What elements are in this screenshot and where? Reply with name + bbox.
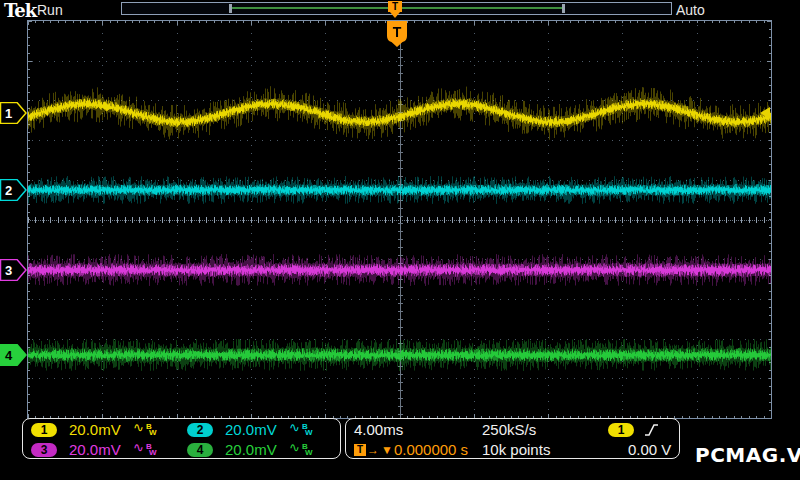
arrow-right-icon: → xyxy=(367,443,379,457)
channel1-scale: 20.0mV xyxy=(69,421,133,438)
channel2-scale: 20.0mV xyxy=(225,421,289,438)
oscilloscope-screen: Tek Run T Auto T 1 2 3 4 1 20.0mV xyxy=(0,0,800,480)
channel3-position-marker: 3 xyxy=(0,259,27,281)
svg-text:3: 3 xyxy=(5,263,12,278)
channel4-position-marker: 4 xyxy=(0,344,27,366)
trigger-source-group: 1 xyxy=(600,423,679,437)
trigger-position-marker: T xyxy=(388,1,402,12)
rising-edge-slope-icon xyxy=(644,423,659,437)
trigger-level-arrow xyxy=(760,107,770,119)
trigger-t-icon: T xyxy=(354,444,366,456)
trigger-point-flag: T xyxy=(386,21,408,48)
channel4-readout: 4 20.0mV ∿ B W xyxy=(179,441,335,458)
bandwidth-limit-icon: B W xyxy=(146,444,157,456)
channel2-readout: 2 20.0mV ∿ B W xyxy=(179,421,335,438)
ac-coupling-icon: ∿ xyxy=(289,423,300,433)
trigger-position-group: T → ▼ 0.000000 s xyxy=(346,441,482,458)
horizontal-trigger-readout-box: 4.00ms 250kS/s 1 T → ▼ 0.000000 s 10k po… xyxy=(345,418,680,459)
channel1-readout: 1 20.0mV ∿ B W xyxy=(23,421,179,438)
ac-coupling-icon: ∿ xyxy=(289,443,300,453)
svg-text:4: 4 xyxy=(5,348,13,363)
ac-coupling-icon: ∿ xyxy=(133,423,144,433)
record-length: 10k points xyxy=(482,441,600,458)
graticule xyxy=(27,20,772,419)
trigger-position-value: 0.000000 s xyxy=(394,441,468,458)
channel3-readout: 3 20.0mV ∿ B W xyxy=(23,441,179,458)
ac-coupling-icon: ∿ xyxy=(133,443,144,453)
channel2-position-marker: 2 xyxy=(0,179,27,201)
bandwidth-limit-icon: B W xyxy=(302,424,313,436)
channel1-badge: 1 xyxy=(31,423,57,437)
svg-text:T: T xyxy=(393,24,402,40)
trigger-level-icon: ▼ xyxy=(381,443,393,457)
trigger-level-value: 0.00 V xyxy=(600,441,679,458)
trigger-mode-label: Auto xyxy=(676,2,705,18)
channel2-badge: 2 xyxy=(187,423,213,437)
horizontal-scale: 4.00ms xyxy=(346,421,482,438)
sample-rate: 250kS/s xyxy=(482,421,600,438)
channel2-coupling-bandwidth-icons: ∿ B W xyxy=(289,423,312,436)
svg-text:1: 1 xyxy=(5,106,12,121)
trigger-source-badge: 1 xyxy=(608,423,634,437)
channel4-badge: 4 xyxy=(187,443,213,457)
channel3-coupling-bandwidth-icons: ∿ B W xyxy=(133,443,156,456)
watermark: PCMAG.VN xyxy=(695,443,800,467)
channel3-scale: 20.0mV xyxy=(69,441,133,458)
window-bracket-right xyxy=(562,4,565,13)
channel4-scale: 20.0mV xyxy=(225,441,289,458)
channel1-position-marker: 1 xyxy=(0,102,27,124)
bandwidth-limit-icon: B W xyxy=(302,444,313,456)
acquisition-status: Run xyxy=(37,2,63,18)
bandwidth-limit-icon: B W xyxy=(146,424,157,436)
svg-text:2: 2 xyxy=(5,183,12,198)
waveform-canvas xyxy=(28,21,771,418)
channel3-badge: 3 xyxy=(31,443,57,457)
channel-readout-box: 1 20.0mV ∿ B W 2 20.0mV ∿ B W xyxy=(22,418,341,459)
trigger-position-pointer-icon xyxy=(390,12,400,18)
channel4-coupling-bandwidth-icons: ∿ B W xyxy=(289,443,312,456)
channel1-coupling-bandwidth-icons: ∿ B W xyxy=(133,423,156,436)
tek-logo: Tek xyxy=(4,0,36,21)
